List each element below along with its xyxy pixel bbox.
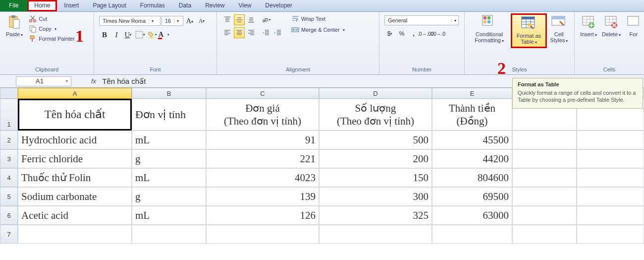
align-middle-button[interactable] <box>234 14 245 25</box>
format-as-table-button[interactable]: Format as Table <box>511 13 547 48</box>
col-header-e[interactable]: E <box>432 88 512 99</box>
col-header-b[interactable]: B <box>132 88 206 99</box>
cell-c6[interactable]: 126 <box>206 206 319 225</box>
cell-b3[interactable]: g <box>132 149 206 168</box>
cell-e2[interactable]: 45500 <box>432 130 512 149</box>
wrap-text-button[interactable]: Wrap Text <box>290 14 346 23</box>
format-cells-button[interactable]: For <box>623 13 641 38</box>
formula-input[interactable]: Tên hóa chất <box>99 77 146 86</box>
italic-button[interactable]: I <box>111 29 122 40</box>
cell-b2[interactable]: mL <box>132 130 206 149</box>
font-color-button[interactable]: A▾ <box>159 29 169 40</box>
cell-e4[interactable]: 804600 <box>432 168 512 187</box>
cell-g6[interactable] <box>577 206 644 225</box>
cell-d6[interactable]: 325 <box>319 206 432 225</box>
cell-f5[interactable] <box>512 187 577 206</box>
cell-styles-button[interactable]: Cell Styles <box>547 13 571 45</box>
cell-e5[interactable]: 69500 <box>432 187 512 206</box>
cell-a5[interactable]: Sodium carbonate <box>18 187 132 206</box>
copy-button[interactable]: Copy▾ <box>28 24 76 33</box>
cell-c4[interactable]: 4023 <box>206 168 319 187</box>
row-header-5[interactable]: 5 <box>0 187 18 206</box>
tab-insert[interactable]: Insert <box>57 0 86 11</box>
cell-f2[interactable] <box>512 130 577 149</box>
cell-b7[interactable] <box>132 225 206 244</box>
row-header-4[interactable]: 4 <box>0 168 18 187</box>
row-header-6[interactable]: 6 <box>0 206 18 225</box>
tab-home[interactable]: Home <box>27 0 57 11</box>
border-button[interactable]: ▾ <box>135 29 146 40</box>
col-header-d[interactable]: D <box>319 88 432 99</box>
underline-button[interactable]: U▾ <box>123 29 134 40</box>
font-name-combo[interactable]: Times New Roma▾ <box>99 16 161 26</box>
row-header-1[interactable]: 1 <box>0 99 18 130</box>
tab-data[interactable]: Data <box>172 0 198 11</box>
indent-increase-button[interactable] <box>272 27 283 38</box>
align-bottom-button[interactable] <box>246 14 257 25</box>
cell-d4[interactable]: 150 <box>319 168 432 187</box>
cell-g3[interactable] <box>577 149 644 168</box>
bold-button[interactable]: B <box>99 29 110 40</box>
tab-review[interactable]: Review <box>198 0 231 11</box>
tab-page-layout[interactable]: Page Layout <box>86 0 133 11</box>
row-header-2[interactable]: 2 <box>0 130 18 149</box>
cell-e7[interactable] <box>432 225 512 244</box>
orientation-button[interactable]: ab▾ <box>261 14 271 25</box>
cell-a1[interactable]: Tên hóa chất <box>18 99 132 130</box>
cell-f4[interactable] <box>512 168 577 187</box>
col-header-a[interactable]: A <box>18 88 132 99</box>
name-box-dropdown-icon[interactable]: ▾ <box>63 79 71 83</box>
insert-cells-button[interactable]: Insert <box>578 13 599 39</box>
align-right-button[interactable] <box>246 27 257 38</box>
cell-d5[interactable]: 300 <box>319 187 432 206</box>
align-left-button[interactable] <box>222 27 233 38</box>
cell-a6[interactable]: Acetic acid <box>18 206 132 225</box>
tab-developer[interactable]: Developer <box>258 0 299 11</box>
cell-a4[interactable]: Thuốc thử Folin <box>18 168 132 187</box>
number-format-combo[interactable]: General▾ <box>384 15 459 25</box>
cell-g5[interactable] <box>577 187 644 206</box>
align-top-button[interactable] <box>222 14 233 25</box>
fill-color-button[interactable]: ▾ <box>147 29 158 40</box>
cell-f6[interactable] <box>512 206 577 225</box>
cell-a3[interactable]: Ferric chloride <box>18 149 132 168</box>
cell-c5[interactable]: 139 <box>206 187 319 206</box>
delete-cells-button[interactable]: Delete <box>599 13 623 39</box>
cell-d3[interactable]: 200 <box>319 149 432 168</box>
cell-e6[interactable]: 63000 <box>432 206 512 225</box>
cell-f3[interactable] <box>512 149 577 168</box>
cell-b5[interactable]: g <box>132 187 206 206</box>
decrease-decimal-button[interactable]: .00→.0 <box>432 28 443 39</box>
cut-button[interactable]: Cut <box>28 14 76 23</box>
row-header-3[interactable]: 3 <box>0 149 18 168</box>
font-size-combo[interactable]: 16▾ <box>161 16 183 26</box>
currency-button[interactable]: $▾ <box>384 28 395 39</box>
cell-g4[interactable] <box>577 168 644 187</box>
cell-g2[interactable] <box>577 130 644 149</box>
cell-b6[interactable]: mL <box>132 206 206 225</box>
conditional-formatting-button[interactable]: Conditional Formatting <box>468 13 511 45</box>
percent-button[interactable]: % <box>396 28 407 39</box>
name-box[interactable]: A1 ▾ <box>16 76 71 86</box>
format-painter-button[interactable]: Format Painter <box>28 34 76 43</box>
paste-button[interactable]: Paste <box>3 13 26 39</box>
spreadsheet-grid[interactable]: A B C D E 1 Tên hóa chất Đơn vị tính Đơn… <box>0 88 644 244</box>
cell-b1[interactable]: Đơn vị tính <box>132 99 206 130</box>
cell-d7[interactable] <box>319 225 432 244</box>
row-header-7[interactable]: 7 <box>0 225 18 244</box>
col-header-c[interactable]: C <box>206 88 319 99</box>
align-center-button[interactable] <box>234 27 245 38</box>
cell-e1[interactable]: Thành tiền (Đồng) <box>432 99 512 130</box>
select-all-corner[interactable] <box>0 88 18 99</box>
cell-c3[interactable]: 221 <box>206 149 319 168</box>
indent-decrease-button[interactable] <box>261 27 271 38</box>
cell-c2[interactable]: 91 <box>206 130 319 149</box>
fx-icon[interactable]: fx <box>91 77 96 85</box>
cell-a7[interactable] <box>18 225 132 244</box>
cell-a2[interactable]: Hydrochloric acid <box>18 130 132 149</box>
cell-d2[interactable]: 500 <box>319 130 432 149</box>
cell-d1[interactable]: Số lượng (Theo đơn vị tính) <box>319 99 432 130</box>
grow-font-button[interactable]: A▴ <box>184 15 195 26</box>
cell-c7[interactable] <box>206 225 319 244</box>
tab-file[interactable]: File <box>0 0 27 11</box>
